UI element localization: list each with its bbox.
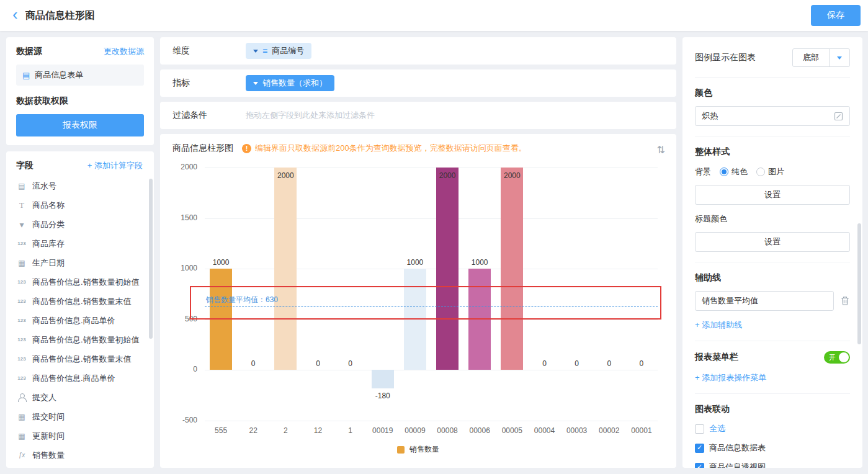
num-icon [16, 297, 27, 306]
linkage-item[interactable]: 商品信息数据表 [695, 442, 850, 454]
datasource-panel: 数据源 更改数据源 ▤ 商品信息表单 数据获取权限 报表权限 [6, 37, 154, 145]
datasource-item[interactable]: ▤ 商品信息表单 [16, 65, 144, 86]
chart-area: 2000150010005000-500 10000200000-1801000… [172, 168, 664, 421]
solid-color-option[interactable]: 纯色 [720, 166, 748, 177]
gridline [205, 421, 658, 421]
y-tick-label: -500 [172, 416, 197, 424]
chart-legend[interactable]: 销售数量 [172, 444, 664, 455]
settings-scrollbar[interactable] [857, 223, 861, 344]
bar[interactable] [436, 168, 459, 370]
radio-image[interactable] [756, 168, 765, 176]
bar[interactable] [501, 168, 523, 370]
auxline-input[interactable]: 销售数量平均值 [695, 291, 834, 311]
divider [695, 393, 850, 394]
add-auxline-link[interactable]: + 添加辅助线 [695, 320, 742, 331]
x-tick-label: 1 [334, 426, 367, 435]
bar-value-label: 2000 [496, 171, 528, 180]
toggle-knob [839, 352, 849, 362]
y-tick-label: 1000 [172, 264, 197, 272]
field-label: 商品库存 [32, 238, 65, 249]
add-calc-field-link[interactable]: + 添加计算字段 [87, 160, 143, 171]
dimension-label: 维度 [172, 45, 246, 56]
field-item[interactable]: 商品库存 [16, 234, 149, 253]
filter-row[interactable]: 过滤条件 拖动左侧字段到此处来添加过滤条件 [160, 102, 676, 129]
field-item[interactable]: 商品售价信息.商品单价 [16, 311, 149, 330]
field-item[interactable]: 商品售价信息.商品单价 [16, 369, 149, 388]
title-color-label: 标题颜色 [695, 213, 850, 225]
bar-value-label: 0 [593, 359, 625, 368]
select-all-label: 全选 [709, 423, 725, 434]
select-all-checkbox[interactable] [695, 424, 704, 434]
field-label: 生产日期 [32, 257, 65, 269]
divider [695, 136, 850, 136]
metric-chip[interactable]: 销售数量（求和） [246, 75, 334, 91]
legend-position-value: 底部 [793, 49, 830, 66]
field-item[interactable]: 商品售价信息.销售数量初始值 [16, 272, 149, 292]
field-label: 提交人 [32, 392, 56, 403]
field-item[interactable]: 商品售价信息.销售数量末值 [16, 349, 149, 369]
chevron-down-icon[interactable] [830, 49, 849, 66]
background-set-button[interactable]: 设置 [695, 185, 850, 205]
legend-position-select[interactable]: 底部 [792, 48, 850, 67]
field-item[interactable]: 提交人 [16, 388, 149, 407]
num-icon [16, 373, 27, 383]
legend-position-label: 图例显示在图表 [695, 52, 756, 63]
field-item[interactable]: 更新时间 [16, 426, 149, 445]
bar[interactable] [210, 269, 232, 370]
edit-icon[interactable] [834, 112, 843, 121]
x-tick-label: 12 [302, 426, 334, 435]
fields-scrollbar[interactable] [149, 179, 153, 339]
delete-icon[interactable] [840, 295, 850, 306]
preview-notice-text: 编辑界面只取数据源前200条作为查询数据预览，完整数据请访问页面查看。 [255, 143, 527, 154]
select-all-row[interactable]: 全选 [695, 423, 850, 434]
background-label: 背景 [695, 166, 711, 177]
linkage-item[interactable]: 商品信息透视图 [695, 462, 850, 468]
bar-value-label: 0 [237, 359, 269, 368]
field-item[interactable]: 提交时间 [16, 407, 149, 426]
field-item[interactable]: 商品售价信息.销售数量末值 [16, 292, 149, 311]
color-scheme-input[interactable]: 炽热 [695, 106, 850, 126]
field-item[interactable]: 商品售价信息.销售数量初始值 [16, 330, 149, 349]
color-title: 颜色 [695, 87, 850, 99]
report-permission-button[interactable]: 报表权限 [16, 114, 144, 136]
report-menu-toggle[interactable]: 开 [824, 351, 850, 364]
bar[interactable] [404, 269, 426, 370]
add-report-menu-link[interactable]: + 添加报表操作菜单 [695, 372, 766, 383]
chart-panel: 商品信息柱形图 ! 编辑界面只取数据源前200条作为查询数据预览，完整数据请访问… [160, 134, 676, 468]
field-label: 提交时间 [32, 411, 65, 423]
title-color-set-button[interactable]: 设置 [695, 232, 850, 252]
x-tick-label: 00004 [528, 426, 560, 435]
field-item[interactable]: 生产日期 [16, 253, 149, 272]
field-item[interactable]: 销售数量 [16, 445, 149, 465]
field-item[interactable]: 流水号 [16, 176, 149, 195]
change-datasource-link[interactable]: 更改数据源 [104, 46, 144, 57]
fields-title: 字段 [16, 160, 34, 171]
checkbox[interactable] [695, 444, 704, 453]
num-icon [16, 354, 27, 364]
field-label: 更新时间 [32, 431, 65, 442]
dimension-chip[interactable]: ≡ 商品编号 [246, 43, 311, 59]
radio-solid-color[interactable] [720, 168, 728, 176]
sort-icon[interactable]: ⇅ [657, 144, 665, 156]
chart-linkage-title: 图表联动 [695, 404, 850, 415]
image-option[interactable]: 图片 [756, 166, 784, 177]
num-icon [16, 335, 27, 345]
bar[interactable] [274, 168, 297, 370]
save-button[interactable]: 保存 [811, 5, 861, 26]
select-icon [16, 220, 27, 230]
field-item[interactable]: 商品名称 [16, 195, 149, 215]
checkbox[interactable] [695, 463, 704, 468]
date-icon [16, 412, 27, 422]
field-item[interactable]: 商品分类 [16, 215, 149, 234]
back-icon[interactable]: ‹ [7, 7, 25, 24]
divider [695, 341, 850, 341]
bar[interactable] [372, 370, 394, 388]
bar-value-label: 0 [528, 359, 560, 368]
color-scheme-value: 炽热 [702, 110, 718, 122]
bar[interactable] [468, 269, 491, 370]
date-icon [16, 258, 27, 268]
y-tick-label: 1500 [172, 213, 197, 222]
field-label: 商品售价信息.商品单价 [32, 315, 115, 326]
dimension-row: 维度 ≡ 商品编号 [160, 37, 676, 65]
form-icon: ▤ [22, 71, 30, 80]
